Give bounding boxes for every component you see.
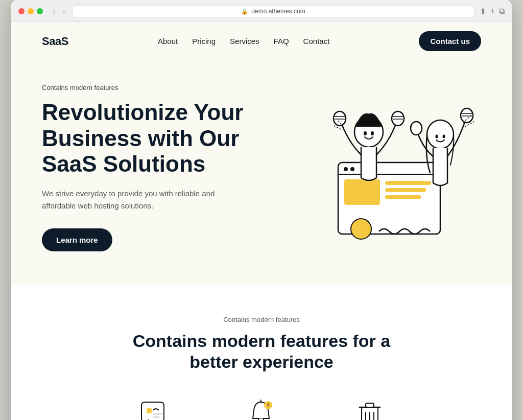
svg-rect-32: [153, 416, 160, 418]
svg-point-22: [411, 122, 422, 135]
hero-section: Contains modern features Revolutionize Y…: [11, 60, 512, 285]
traffic-lights: [18, 8, 43, 14]
svg-rect-7: [385, 195, 421, 199]
url-text: demo.athemes.com: [251, 8, 305, 15]
svg-rect-29: [141, 402, 164, 420]
features-grid: Multilingual chat widget !: [42, 398, 481, 420]
trash-icon: [354, 398, 385, 420]
svg-rect-30: [147, 408, 152, 413]
share-icon[interactable]: ⬆: [480, 7, 486, 16]
feature-item-bell: ! Live visitors list: [234, 398, 288, 420]
close-button[interactable]: [18, 8, 25, 14]
svg-point-19: [461, 108, 473, 123]
browser-window: ‹ › 🔒 demo.athemes.com ⬆ + ⧉ SaaS About …: [11, 0, 512, 420]
features-section: Contains modern features Contains modern…: [11, 285, 512, 420]
minimize-button[interactable]: [28, 8, 34, 14]
forward-button[interactable]: ›: [61, 6, 67, 16]
new-tab-icon[interactable]: +: [490, 7, 495, 16]
nav-link-contact[interactable]: Contact: [303, 37, 330, 45]
lock-icon: 🔒: [241, 8, 248, 15]
navigation: SaaS About Pricing Services FAQ Contact …: [11, 22, 512, 60]
browser-controls: ‹ ›: [51, 6, 67, 16]
svg-point-24: [443, 135, 445, 138]
browser-actions: ⬆ + ⧉: [480, 7, 505, 16]
hero-eyebrow: Contains modern features: [42, 84, 246, 91]
hero-illustration: [267, 81, 481, 254]
chat-icon: [137, 398, 168, 420]
nav-link-about[interactable]: About: [158, 37, 178, 45]
hero-subtitle: We strive everyday to provide you with r…: [42, 188, 246, 212]
svg-point-10: [334, 111, 346, 126]
bell-icon: !: [246, 398, 276, 420]
nav-link-pricing[interactable]: Pricing: [192, 37, 216, 45]
website-content: SaaS About Pricing Services FAQ Contact …: [11, 22, 512, 420]
svg-point-1: [344, 167, 348, 171]
svg-rect-38: [366, 403, 374, 407]
nav-link-services[interactable]: Services: [230, 37, 259, 45]
svg-point-2: [350, 167, 354, 171]
svg-rect-6: [385, 188, 426, 192]
svg-point-16: [364, 131, 367, 135]
hero-title: Revolutionize Your Business with Our Saa…: [42, 100, 246, 177]
features-title: Contains modern features for a better ex…: [108, 331, 415, 372]
features-eyebrow: Contains modern features: [42, 316, 481, 323]
maximize-button[interactable]: [37, 8, 43, 14]
svg-rect-31: [153, 413, 162, 415]
feature-item-trash: Record and keep private: [329, 398, 411, 420]
svg-point-13: [392, 111, 404, 126]
svg-point-8: [351, 219, 371, 239]
svg-rect-4: [344, 179, 380, 205]
nav-links: About Pricing Services FAQ Contact: [158, 37, 329, 45]
svg-rect-5: [385, 181, 431, 185]
back-button[interactable]: ‹: [51, 6, 58, 16]
nav-link-faq[interactable]: FAQ: [274, 37, 289, 45]
hero-content: Contains modern features Revolutionize Y…: [42, 84, 246, 251]
svg-point-18: [427, 120, 454, 149]
svg-point-17: [371, 131, 374, 135]
svg-point-23: [436, 135, 438, 138]
address-bar[interactable]: 🔒 demo.athemes.com: [72, 5, 474, 17]
learn-more-button[interactable]: Learn more: [42, 228, 112, 251]
site-logo: SaaS: [42, 35, 68, 48]
contact-us-button[interactable]: Contact us: [419, 31, 481, 51]
browser-chrome: ‹ › 🔒 demo.athemes.com ⬆ + ⧉: [11, 0, 512, 22]
svg-text:!: !: [268, 403, 269, 408]
feature-item-chat: Multilingual chat widget: [112, 398, 194, 420]
tabs-icon[interactable]: ⧉: [499, 7, 505, 16]
hero-svg: [267, 81, 481, 254]
